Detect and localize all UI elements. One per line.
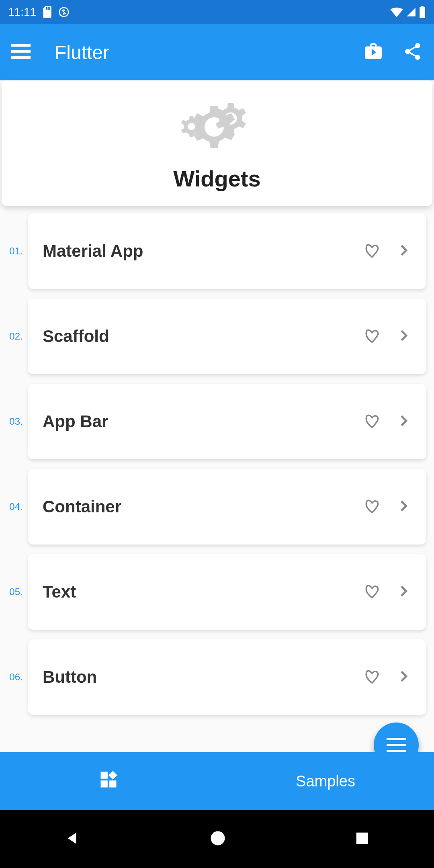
item-number: 03. [4, 416, 28, 427]
widget-card-text[interactable]: Text [28, 554, 426, 630]
item-number: 02. [4, 331, 28, 342]
card-title: Scaffold [43, 327, 363, 346]
widgets-tab-icon [98, 769, 119, 794]
no-sync-icon [58, 6, 70, 18]
heart-icon[interactable] [363, 497, 381, 516]
svg-rect-2 [11, 56, 31, 59]
recent-icon[interactable] [354, 831, 370, 848]
status-time: 11:11 [8, 6, 36, 18]
svg-rect-0 [11, 44, 31, 47]
list-item: 02. Scaffold [4, 299, 426, 374]
card-title: Button [43, 667, 363, 687]
heart-icon[interactable] [363, 327, 381, 346]
play-store-icon[interactable] [363, 41, 383, 63]
card-title: Text [43, 582, 363, 602]
appbar-title: Flutter [55, 41, 363, 63]
svg-point-6 [211, 831, 225, 845]
item-number: 06. [4, 671, 28, 683]
wifi-icon [390, 7, 403, 17]
list-item: 06. Button [4, 639, 426, 715]
home-icon[interactable] [209, 830, 226, 848]
widget-list: 01. Material App 02. Scaffold 03. App Ba… [0, 206, 434, 797]
heart-icon[interactable] [363, 412, 381, 431]
signal-icon [406, 7, 416, 17]
tab-samples[interactable]: Samples [217, 752, 434, 810]
svg-rect-3 [387, 738, 406, 740]
app-bar: Flutter [0, 24, 434, 80]
svg-rect-7 [356, 833, 368, 844]
android-nav-bar [0, 810, 434, 868]
status-bar: 11:11 [0, 0, 434, 24]
svg-rect-1 [11, 50, 31, 53]
heart-icon[interactable] [363, 582, 381, 602]
heart-icon[interactable] [363, 242, 381, 261]
list-item: 01. Material App [4, 213, 426, 289]
hero-title: Widgets [173, 166, 260, 192]
list-item: 04. Container [4, 469, 426, 545]
heart-icon[interactable] [363, 667, 381, 687]
widget-card-scaffold[interactable]: Scaffold [28, 299, 426, 374]
widget-card-appbar[interactable]: App Bar [28, 384, 426, 459]
chevron-right-icon[interactable] [395, 668, 411, 686]
item-number: 05. [4, 586, 28, 598]
widget-card-container[interactable]: Container [28, 469, 426, 545]
widget-card-button[interactable]: Button [28, 639, 426, 715]
item-number: 01. [4, 246, 28, 257]
back-icon[interactable] [64, 830, 81, 848]
sd-card-icon [42, 6, 52, 18]
chevron-right-icon[interactable] [395, 498, 411, 516]
card-title: Container [43, 497, 363, 516]
tab-samples-label: Samples [296, 773, 355, 790]
list-item: 03. App Bar [4, 384, 426, 459]
menu-icon[interactable] [11, 44, 31, 60]
gears-icon [165, 90, 269, 164]
card-title: Material App [43, 242, 363, 261]
chevron-right-icon[interactable] [395, 328, 411, 345]
chevron-right-icon[interactable] [395, 413, 411, 430]
bottom-tabs: Samples [0, 752, 434, 810]
list-item: 05. Text [4, 554, 426, 630]
item-number: 04. [4, 501, 28, 512]
chevron-right-icon[interactable] [395, 242, 411, 260]
chevron-right-icon[interactable] [395, 583, 411, 601]
tab-widgets[interactable] [0, 752, 217, 810]
share-icon[interactable] [403, 41, 423, 63]
hero-card: Widgets [2, 80, 432, 206]
card-title: App Bar [43, 412, 363, 431]
widget-card-material-app[interactable]: Material App [28, 213, 426, 289]
battery-icon [419, 6, 426, 18]
svg-rect-4 [387, 744, 406, 746]
